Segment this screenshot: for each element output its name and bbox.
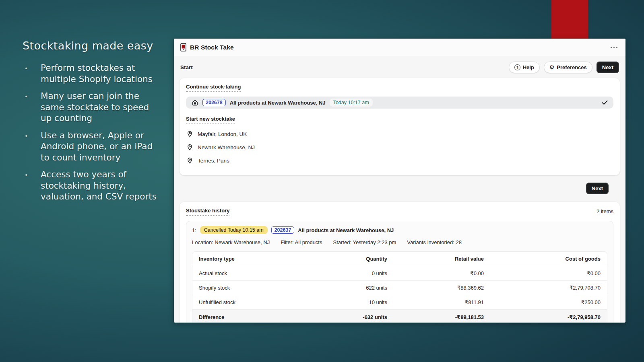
check-icon: [602, 100, 608, 105]
start-new-stocktake-heading: Start new stocktake: [186, 116, 235, 124]
cell-quantity: 0 units: [321, 266, 394, 280]
bullet-dot-icon: •: [25, 65, 28, 72]
app-header: BR Stock Take: [174, 39, 625, 56]
cell-type: Shopify stock: [192, 281, 321, 295]
presentation-slide: Stocktaking made easy • Perform stocktak…: [0, 0, 644, 362]
bullet-text: Many user can join the same stocktake to…: [41, 91, 149, 123]
slide-title: Stocktaking made easy: [23, 39, 161, 52]
phone-icon: [180, 43, 186, 51]
map-pin-icon: [187, 144, 193, 151]
stocktake-id-badge: 202637: [271, 226, 295, 234]
location-row-newark[interactable]: Newark Warehouse, NJ: [186, 141, 613, 154]
meta-variants: Variants inventoried: 28: [407, 239, 462, 245]
cell-cost: ₹0.00: [490, 266, 607, 280]
table-row: Shopify stock 622 units ₹88,369.62 ₹2,79…: [192, 281, 607, 295]
bullet-item: • Many user can join the same stocktake …: [23, 90, 161, 124]
cell-retail: ₹88,369.62: [394, 281, 490, 295]
location-row-ternes[interactable]: Ternes, Paris: [186, 154, 613, 167]
gear-icon: ⚙: [549, 64, 555, 70]
location-label: Mayfair, London, UK: [198, 131, 247, 137]
bullet-item: • Use a browser, Apple or Android phone,…: [23, 130, 161, 163]
location-label: Newark Warehouse, NJ: [198, 144, 255, 150]
cell-quantity: 10 units: [321, 295, 394, 309]
cell-quantity: -632 units: [321, 310, 394, 323]
continue-stocktaking-heading: Continue stock-taking: [186, 84, 241, 92]
history-entry-header[interactable]: 1: Cancelled Today 10:15 am 202637 All p…: [192, 226, 607, 234]
location-row-mayfair[interactable]: Mayfair, London, UK: [186, 128, 613, 141]
bullet-dot-icon: •: [25, 133, 28, 140]
toolbar-actions: ? Help ⚙ Preferences Next: [509, 62, 619, 73]
slide-text-column: Stocktaking made easy • Perform stocktak…: [23, 39, 161, 208]
warehouse-lock-icon: [192, 99, 198, 106]
cell-cost: ₹250.00: [490, 295, 607, 309]
table-header-row: Inventory type Quantity Retail value Cos…: [192, 252, 607, 266]
start-card: Continue stock-taking 202678 All product…: [180, 78, 620, 175]
cell-retail: ₹811.91: [394, 295, 490, 309]
section-label: Start: [180, 64, 193, 70]
bullet-text: Use a browser, Apple or Android phone, o…: [41, 130, 153, 162]
col-inventory-type: Inventory type: [192, 252, 321, 266]
stocktake-history-heading: Stocktake history: [186, 208, 229, 216]
bullet-text: Access two years of stocktaking history,…: [41, 169, 157, 202]
cell-cost: ₹2,79,708.70: [490, 281, 607, 295]
bullet-dot-icon: •: [25, 93, 28, 101]
bullet-text: Perform stocktakes at multiple Shopify l…: [41, 63, 153, 84]
meta-location: Location: Newark Warehouse, NJ: [192, 239, 270, 245]
help-button[interactable]: ? Help: [509, 62, 540, 73]
bullet-dot-icon: •: [25, 172, 28, 179]
meta-filter: Filter: All products: [281, 239, 322, 245]
entry-label: All products at Newark Warehouse, NJ: [298, 227, 394, 233]
preferences-button[interactable]: ⚙ Preferences: [544, 62, 592, 73]
location-label: Ternes, Paris: [198, 158, 229, 164]
bullet-item: • Perform stocktakes at multiple Shopify…: [23, 62, 161, 84]
red-accent-rectangle: [551, 0, 588, 39]
location-list: Mayfair, London, UK Newark Warehouse, NJ: [186, 128, 613, 167]
stocktake-id-badge: 202678: [202, 99, 226, 106]
history-entry: 1: Cancelled Today 10:15 am 202637 All p…: [186, 221, 613, 323]
help-button-label: Help: [523, 64, 534, 70]
bullet-item: • Access two years of stocktaking histor…: [23, 169, 161, 202]
ellipsis-icon[interactable]: [609, 44, 619, 50]
cell-cost: -₹2,79,958.70: [490, 310, 607, 323]
question-icon: ?: [514, 64, 520, 70]
status-badge: Cancelled Today 10:15 am: [200, 226, 268, 234]
col-cost-of-goods: Cost of goods: [490, 252, 607, 266]
preferences-button-label: Preferences: [557, 64, 586, 70]
next-button-bottom[interactable]: Next: [586, 183, 609, 194]
cell-retail: ₹0.00: [394, 266, 490, 280]
col-retail-value: Retail value: [394, 252, 490, 266]
entry-index: 1:: [192, 227, 196, 233]
cell-type: Difference: [192, 310, 321, 323]
items-count: 2 items: [597, 208, 613, 214]
continue-row-label: All products at Newark Warehouse, NJ: [230, 100, 326, 106]
continue-stocktake-row[interactable]: 202678 All products at Newark Warehouse,…: [186, 97, 613, 109]
next-button-top[interactable]: Next: [597, 62, 619, 73]
cell-retail: -₹89,181.53: [394, 310, 490, 323]
app-title: BR Stock Take: [190, 44, 234, 51]
inventory-table: Inventory type Quantity Retail value Cos…: [192, 251, 607, 323]
app-window: BR Stock Take Start ? Help ⚙ Preferences…: [174, 39, 625, 323]
meta-started: Started: Yesterday 2:23 pm: [333, 239, 396, 245]
table-row: Unfulfilled stock 10 units ₹811.91 ₹250.…: [192, 295, 607, 310]
cell-type: Actual stock: [192, 266, 321, 280]
map-pin-icon: [187, 157, 193, 164]
continue-row-time: Today 10:17 am: [330, 99, 373, 107]
entry-meta: Location: Newark Warehouse, NJ Filter: A…: [192, 239, 607, 245]
cell-quantity: 622 units: [321, 281, 394, 295]
map-pin-icon: [187, 131, 193, 138]
toolbar: Start ? Help ⚙ Preferences Next: [174, 56, 625, 78]
history-card: Stocktake history 2 items 1: Cancelled T…: [180, 202, 620, 323]
table-row-difference: Difference -632 units -₹89,181.53 -₹2,79…: [192, 310, 607, 323]
col-quantity: Quantity: [321, 252, 394, 266]
cell-type: Unfulfilled stock: [192, 295, 321, 309]
table-row: Actual stock 0 units ₹0.00 ₹0.00: [192, 266, 607, 281]
